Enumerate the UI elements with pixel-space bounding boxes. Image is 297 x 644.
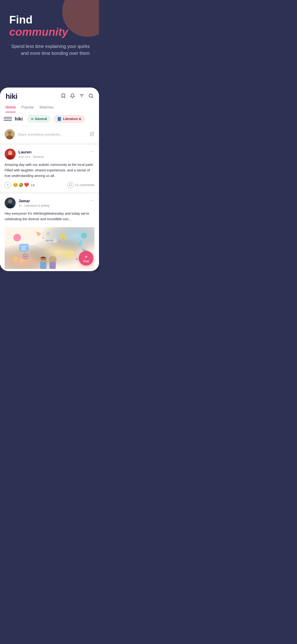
app-logo: hiki bbox=[6, 92, 17, 101]
reaction-count: 14 bbox=[31, 183, 35, 187]
post-lauren-more[interactable]: ··· bbox=[89, 148, 94, 154]
svg-text:♥: ♥ bbox=[76, 257, 78, 262]
svg-text:@: @ bbox=[46, 232, 50, 235]
share-placeholder[interactable]: Share something wonderful... bbox=[18, 132, 87, 136]
jamar-time: 1h·Literature & writing bbox=[18, 204, 49, 207]
post-fab-button[interactable]: + Post bbox=[79, 251, 94, 266]
svg-point-21 bbox=[65, 250, 74, 259]
post-jamar-header: Jamar 1h·Literature & writing ··· bbox=[4, 198, 94, 208]
fab-label: Post bbox=[83, 260, 89, 262]
nav-tabs: Home Popular Matches bbox=[0, 102, 99, 112]
svg-text:a: a bbox=[42, 236, 44, 239]
post-lauren-reactions: + 😊 🤣 ❤️ 14 11 comments bbox=[4, 182, 94, 188]
fab-icon: + bbox=[84, 254, 88, 260]
phone-mockup: hiki bbox=[0, 88, 99, 271]
comment-bubble-icon bbox=[67, 182, 74, 188]
community-pill-general[interactable]: ∞ General bbox=[27, 115, 51, 123]
edit-icon[interactable] bbox=[90, 132, 94, 137]
bell-icon[interactable] bbox=[70, 93, 75, 100]
post-lauren-meta: Lauren Just now·General bbox=[18, 150, 44, 158]
filters-icon[interactable] bbox=[79, 93, 84, 100]
post-lauren-author: Lauren Just now·General bbox=[4, 148, 44, 160]
literature-label: Literature & bbox=[63, 117, 81, 121]
reactions-left: + 😊 🤣 ❤️ 14 bbox=[4, 182, 35, 188]
app-header: hiki bbox=[0, 88, 99, 102]
lauren-time: Just now·General bbox=[18, 155, 44, 158]
comments-button[interactable]: 11 comments bbox=[67, 182, 94, 188]
tab-matches[interactable]: Matches bbox=[40, 104, 54, 112]
bookmark-icon[interactable] bbox=[61, 93, 66, 100]
emoji-laugh: 🤣 bbox=[18, 182, 24, 188]
svg-rect-36 bbox=[21, 248, 26, 248]
jamar-avatar bbox=[4, 198, 16, 208]
svg-text:GPFIOP: GPFIOP bbox=[46, 240, 54, 242]
svg-point-19 bbox=[13, 234, 21, 242]
comments-count: 11 comments bbox=[75, 183, 94, 187]
emoji-heart: ❤️ bbox=[24, 182, 29, 188]
community-bar: hiki ∞ General 📘 Literature & bbox=[0, 112, 99, 126]
svg-line-4 bbox=[92, 97, 93, 98]
hero-title: Find community bbox=[9, 14, 90, 38]
post-lauren-content: Amazing day with our autistic community … bbox=[4, 162, 94, 178]
svg-point-6 bbox=[8, 131, 12, 135]
tab-home[interactable]: Home bbox=[6, 104, 16, 112]
emoji-smile: 😊 bbox=[13, 182, 18, 188]
jamar-name: Jamar bbox=[18, 199, 49, 204]
hamburger-button[interactable] bbox=[4, 115, 12, 123]
svg-rect-11 bbox=[8, 154, 12, 155]
search-icon[interactable] bbox=[88, 93, 94, 100]
post-jamar-meta: Jamar 1h·Literature & writing bbox=[18, 199, 49, 207]
svg-point-28 bbox=[13, 256, 17, 260]
lauren-name: Lauren bbox=[18, 150, 44, 154]
lauren-avatar bbox=[4, 148, 16, 160]
add-reaction-button[interactable]: + bbox=[4, 182, 11, 188]
hero-subtitle: Spend less time explaining your quirks a… bbox=[9, 43, 90, 57]
svg-point-20 bbox=[81, 233, 87, 238]
post-jamar-content: Hey everyone! It's #WritingWednesday and… bbox=[4, 211, 94, 222]
svg-rect-44 bbox=[50, 262, 56, 269]
svg-rect-29 bbox=[14, 260, 16, 262]
current-user-avatar bbox=[4, 129, 15, 139]
post-jamar-author: Jamar 1h·Literature & writing bbox=[4, 198, 49, 208]
post-lauren-header: Lauren Just now·General ··· bbox=[4, 148, 94, 160]
reaction-emojis: 😊 🤣 ❤️ bbox=[13, 182, 29, 188]
literature-icon: 📘 bbox=[57, 117, 62, 121]
header-icons bbox=[61, 93, 94, 100]
svg-rect-37 bbox=[21, 249, 26, 250]
post-jamar-more[interactable]: ··· bbox=[89, 198, 94, 203]
hero-section: Find community Spend less time explainin… bbox=[0, 0, 99, 88]
tab-popular[interactable]: Popular bbox=[21, 104, 34, 112]
svg-rect-35 bbox=[21, 246, 27, 247]
svg-point-13 bbox=[8, 199, 12, 204]
community-logo: hiki bbox=[15, 116, 22, 122]
svg-rect-39 bbox=[40, 262, 46, 269]
svg-point-26 bbox=[24, 256, 26, 258]
post-jamar-image: ♥ a @ bbox=[4, 225, 94, 271]
post-lauren: Lauren Just now·General ··· Amazing day … bbox=[0, 145, 99, 194]
svg-rect-33 bbox=[19, 244, 28, 251]
community-pill-literature[interactable]: 📘 Literature & bbox=[54, 115, 85, 123]
general-label: General bbox=[35, 117, 47, 121]
share-box: Share something wonderful... bbox=[0, 126, 99, 145]
general-icon: ∞ bbox=[31, 117, 34, 121]
